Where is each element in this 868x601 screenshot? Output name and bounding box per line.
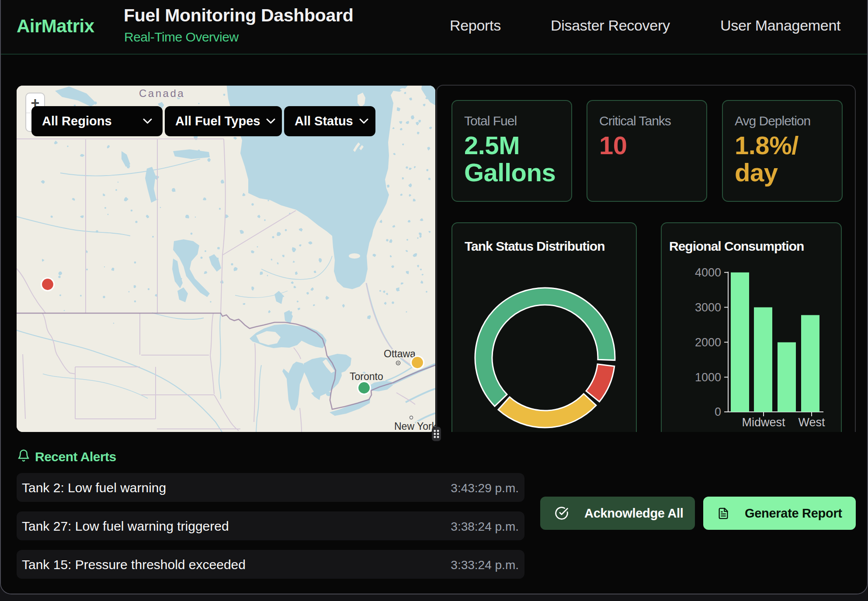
svg-text:4000: 4000 [695,266,721,279]
svg-text:Canada: Canada [139,87,185,99]
svg-text:3000: 3000 [695,301,721,314]
svg-text:New York: New York [394,421,435,432]
svg-text:1000: 1000 [695,371,721,384]
svg-text:Toronto: Toronto [350,371,383,382]
svg-text:0: 0 [715,405,721,418]
svg-text:West: West [798,416,825,429]
svg-text:Midwest: Midwest [742,416,785,429]
svg-text:Ottawa: Ottawa [384,348,416,359]
svg-text:2000: 2000 [695,336,721,349]
